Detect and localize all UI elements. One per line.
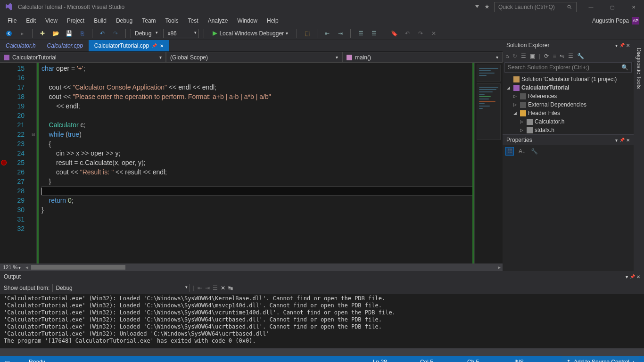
output-pin-icon[interactable]: 📌: [630, 274, 635, 279]
minimize-button[interactable]: —: [580, 0, 602, 14]
scope-nav-combo[interactable]: (Global Scope)▾: [166, 52, 342, 63]
configuration-combo[interactable]: Debug: [131, 29, 160, 38]
menu-debug[interactable]: Debug: [111, 16, 137, 26]
menu-tools[interactable]: Tools: [161, 16, 183, 26]
redo-button[interactable]: ↷: [110, 28, 121, 39]
status-ready: Ready: [29, 359, 57, 362]
source-control-button[interactable]: ↥ Add to Source Control ▴: [561, 356, 639, 362]
feedback-down-icon[interactable]: [474, 4, 480, 10]
code-editor[interactable]: 151617181920212223242526272829303132 ⊟ c…: [0, 63, 503, 263]
props-pin-icon[interactable]: 📌: [619, 138, 625, 142]
output-source-combo[interactable]: Debug: [52, 284, 190, 292]
properties-header: Properties ▾ 📌 ✕: [503, 135, 634, 145]
menu-file[interactable]: File: [3, 16, 21, 26]
svg-rect-7: [520, 93, 526, 99]
se-home-icon[interactable]: ⌂: [505, 53, 509, 59]
search-icon: [567, 4, 572, 10]
props-toolbar: ☷ A↓ 🔧: [503, 145, 634, 157]
props-alpha-button[interactable]: A↓: [518, 147, 526, 156]
bm-next-button[interactable]: ↷: [415, 28, 426, 39]
menu-project[interactable]: Project: [62, 16, 89, 26]
bm-clear-button[interactable]: ✕: [429, 28, 439, 39]
comment-button[interactable]: ☰: [355, 28, 366, 39]
close-button[interactable]: ✕: [623, 0, 644, 14]
tree-stdafx-h[interactable]: ▷stdafx.h: [503, 126, 634, 134]
upload-icon: ↥: [566, 359, 571, 362]
menu-analyze[interactable]: Analyze: [203, 16, 233, 26]
platform-combo[interactable]: x86: [163, 29, 199, 38]
status-ch: Ch 5: [467, 359, 495, 362]
diagnostic-tools-tab[interactable]: Diagnostic Tools: [635, 45, 643, 91]
tree-calculatortutorial[interactable]: ◢CalculatorTutorial: [503, 83, 634, 92]
avatar: AP: [632, 17, 639, 25]
status-ins: INS: [514, 359, 543, 362]
maximize-button[interactable]: ▢: [602, 0, 623, 14]
output-title: Output ▾ 📌 ✕: [0, 272, 644, 282]
menu-team[interactable]: Team: [137, 16, 160, 26]
minimap[interactable]: [474, 63, 503, 263]
nav-fwd-button[interactable]: ▸: [17, 28, 27, 39]
uncomment-button[interactable]: ☰: [369, 28, 379, 39]
indent-button[interactable]: ⇥: [335, 28, 346, 39]
right-dock: Diagnostic Tools: [634, 40, 644, 271]
output-text[interactable]: 'CalculatorTutorial.exe' (Win32): Loaded…: [0, 294, 644, 348]
tree-header-files[interactable]: ◢Header Files: [503, 109, 634, 117]
props-pages-button[interactable]: 🔧: [530, 147, 538, 156]
outdent-button[interactable]: ⇤: [322, 28, 332, 39]
output-panel: Output ▾ 📌 ✕ Show output from: Debug | ⇤…: [0, 271, 644, 356]
tree-solution-calculatortutorial-1-project-[interactable]: Solution 'CalculatorTutorial' (1 project…: [503, 75, 634, 83]
props-dropdown-icon[interactable]: ▾: [615, 138, 618, 143]
vs-logo-icon: [5, 3, 13, 11]
props-categorized-button[interactable]: ☷: [505, 147, 514, 156]
type-nav-combo[interactable]: CalculatorTutorial▾: [0, 52, 166, 63]
status-col: Col 5: [420, 359, 448, 362]
se-toolbar: ⌂ ↻☰▣| ⟳≡⇋☰🔧: [503, 50, 634, 62]
menu-view[interactable]: View: [41, 16, 62, 26]
menu-window[interactable]: Window: [232, 16, 262, 26]
tab-calculatortutorial-cpp[interactable]: CalculatorTutorial.cpp📌✕: [89, 40, 169, 51]
nav-back-button[interactable]: [4, 28, 14, 39]
output-dropdown-icon[interactable]: ▾: [626, 274, 628, 280]
output-h-scrollbar[interactable]: [0, 348, 644, 356]
editor-tabs: Calculator.hCalculator.cppCalculatorTuto…: [0, 40, 503, 51]
start-debugging-button[interactable]: Local Windows Debugger ▾: [209, 29, 292, 38]
svg-rect-11: [527, 127, 533, 133]
nav-bar: CalculatorTutorial▾ (Global Scope)▾ main…: [0, 51, 503, 63]
menu-help[interactable]: Help: [262, 16, 283, 26]
se-pin-icon[interactable]: 📌: [619, 43, 625, 48]
se-search-input[interactable]: Search Solution Explorer (Ctrl+;)🔍: [504, 62, 632, 73]
user-account[interactable]: Augustin Popa AP: [592, 17, 639, 25]
output-from-label: Show output from:: [4, 285, 50, 291]
notification-icon[interactable]: [484, 4, 490, 10]
se-dropdown-icon[interactable]: ▾: [615, 43, 618, 48]
main-toolbar: ▸ ✚ 📂 💾 ⎘ ↶ ↷ Debug x86 Local Windows De…: [0, 27, 644, 40]
hex-button[interactable]: ⬚: [302, 28, 312, 39]
tree-external-dependencies[interactable]: ▷External Dependencies: [503, 100, 634, 109]
tree-calculator-h[interactable]: ▷Calculator.h: [503, 117, 634, 126]
open-file-button[interactable]: 📂: [50, 28, 61, 39]
props-close-icon[interactable]: ✕: [626, 138, 630, 143]
zoom-level[interactable]: 121 %▾: [0, 264, 24, 270]
se-close-icon[interactable]: ✕: [626, 43, 630, 48]
bookmark-button[interactable]: 🔖: [389, 28, 399, 39]
save-button[interactable]: 💾: [64, 28, 74, 39]
tab-calculator-cpp[interactable]: Calculator.cpp: [41, 40, 89, 51]
tab-calculator-h[interactable]: Calculator.h: [0, 40, 41, 51]
menu-edit[interactable]: Edit: [21, 16, 41, 26]
new-file-button[interactable]: ✚: [37, 28, 48, 39]
status-ready-icon: ▭: [5, 359, 10, 362]
undo-button[interactable]: ↶: [97, 28, 107, 39]
bm-prev-button[interactable]: ↶: [402, 28, 413, 39]
svg-point-0: [568, 5, 570, 8]
editor-h-scrollbar[interactable]: 121 %▾ ◂ ▸: [0, 263, 503, 271]
output-toolbar: Show output from: Debug | ⇤⇥☰ ✕↹: [0, 282, 644, 294]
menu-test[interactable]: Test: [183, 16, 203, 26]
menu-build[interactable]: Build: [89, 16, 111, 26]
save-all-button[interactable]: ⎘: [77, 28, 87, 39]
member-nav-combo[interactable]: main()▾: [342, 52, 503, 63]
quick-launch-input[interactable]: Quick Launch (Ctrl+Q): [494, 2, 577, 12]
output-close-icon[interactable]: ✕: [636, 274, 640, 280]
tree-references[interactable]: ▷References: [503, 92, 634, 100]
svg-line-1: [570, 8, 572, 9]
breakpoint-marker[interactable]: [1, 160, 7, 165]
